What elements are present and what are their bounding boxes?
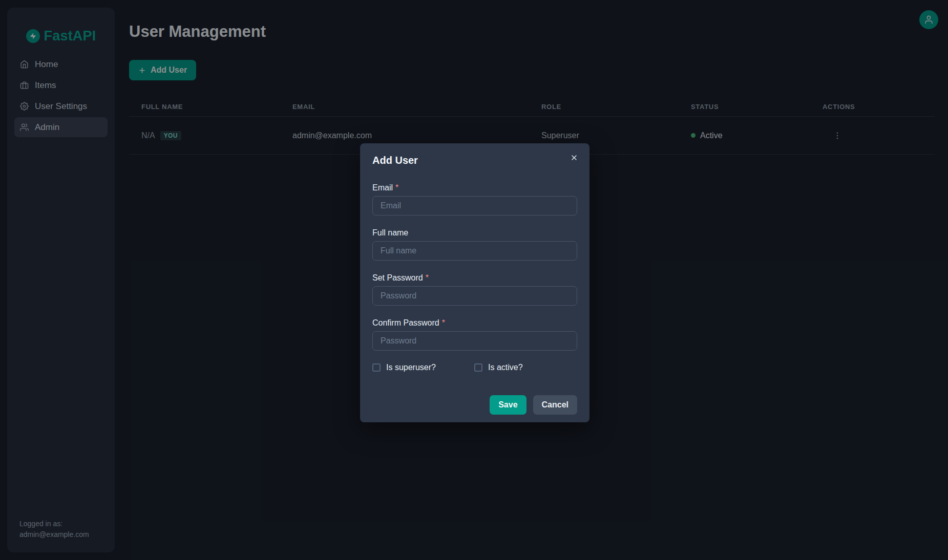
modal-body: Email * Full name Set Password * Confirm… — [372, 183, 577, 415]
full-name-label: Full name — [372, 228, 577, 238]
set-password-field-group: Set Password * — [372, 273, 577, 306]
close-icon — [570, 154, 578, 162]
email-label-text: Email — [372, 183, 393, 192]
modal-checkbox-row: Is superuser? Is active? — [372, 363, 577, 372]
confirm-password-label-text: Confirm Password — [372, 318, 439, 328]
full-name-field[interactable] — [372, 241, 577, 261]
set-password-label: Set Password * — [372, 273, 577, 283]
full-name-field-group: Full name — [372, 228, 577, 261]
email-field[interactable] — [372, 196, 577, 216]
is-active-checkbox[interactable]: Is active? — [474, 363, 523, 372]
email-label: Email * — [372, 183, 577, 192]
add-user-modal: Add User Email * Full name Set Password … — [360, 143, 589, 422]
set-password-label-text: Set Password — [372, 273, 423, 283]
is-superuser-label: Is superuser? — [386, 363, 436, 372]
required-asterisk: * — [442, 318, 445, 328]
confirm-password-field-group: Confirm Password * — [372, 318, 577, 351]
required-asterisk: * — [395, 183, 398, 192]
checkbox-box-icon — [474, 363, 482, 372]
set-password-field[interactable] — [372, 286, 577, 306]
modal-footer: Save Cancel — [372, 395, 577, 415]
full-name-label-text: Full name — [372, 228, 408, 238]
modal-title: Add User — [372, 155, 577, 166]
checkbox-box-icon — [372, 363, 381, 372]
save-button[interactable]: Save — [490, 395, 526, 415]
confirm-password-label: Confirm Password * — [372, 318, 577, 328]
email-field-group: Email * — [372, 183, 577, 216]
is-active-label: Is active? — [488, 363, 523, 372]
is-superuser-checkbox[interactable]: Is superuser? — [372, 363, 474, 372]
cancel-button[interactable]: Cancel — [533, 395, 577, 415]
modal-close-button[interactable] — [566, 149, 582, 166]
confirm-password-field[interactable] — [372, 331, 577, 351]
required-asterisk: * — [426, 273, 429, 283]
